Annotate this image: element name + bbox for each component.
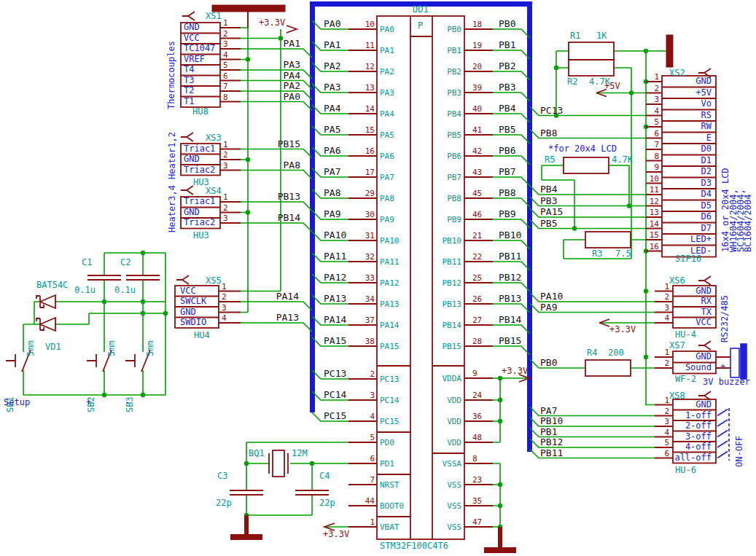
connector-pin-label: T4 bbox=[184, 65, 194, 74]
connector-footprint: HU-6 bbox=[675, 466, 696, 474]
connector-ref: XS4 bbox=[206, 187, 222, 195]
net-label: PB1 bbox=[499, 40, 515, 50]
button-function-label: - bbox=[125, 398, 130, 407]
mcu-part-number: STM32F100C4T6 bbox=[380, 541, 448, 550]
connector-footprint: SIP16 bbox=[675, 254, 701, 263]
net-label: PB5 bbox=[540, 219, 557, 228]
pin-name: PA13 bbox=[380, 300, 400, 308]
net-label: PB3 bbox=[540, 196, 557, 205]
part-value: 0.1u bbox=[74, 286, 96, 294]
pin-number: 14 bbox=[354, 105, 375, 113]
fork-icon bbox=[181, 133, 193, 141]
connector-pin-label: VCC bbox=[665, 318, 712, 326]
connector-note: ON-OFF bbox=[735, 436, 744, 467]
pin-name: PA0 bbox=[380, 26, 394, 34]
net-label: PB15 bbox=[499, 336, 521, 345]
pin-name: PB1 bbox=[415, 47, 461, 55]
net-label: PA12 bbox=[324, 273, 346, 282]
net-label: PA0 bbox=[324, 19, 340, 28]
connector-pin-label: 3-off bbox=[665, 432, 712, 441]
pin-number: 12 bbox=[354, 63, 375, 71]
net-label: PA4 bbox=[324, 103, 340, 113]
pin-name: BOOT0 bbox=[380, 502, 404, 510]
connector-pin-label: RS bbox=[663, 111, 712, 120]
pin-number: 38 bbox=[354, 337, 375, 345]
net-label: PB15 bbox=[267, 139, 300, 149]
part-value: 200 bbox=[608, 348, 624, 357]
net-label: PB1 bbox=[540, 427, 557, 436]
connector-pin-number: 2 bbox=[223, 30, 228, 38]
part-ref: VD1 bbox=[45, 342, 61, 351]
part-value: 0.1u bbox=[114, 286, 136, 294]
capacitor-c1 bbox=[87, 275, 121, 280]
pin-name: PA4 bbox=[380, 110, 394, 118]
fork-icon bbox=[182, 12, 195, 20]
connector-pin-number: 6 bbox=[655, 450, 669, 458]
pin-name: PB2 bbox=[415, 68, 461, 76]
connector-ref: XS8 bbox=[669, 391, 685, 400]
pin-number: 24 bbox=[472, 391, 482, 399]
part-ref: BQ1 bbox=[249, 449, 265, 458]
net-label: PB4 bbox=[540, 184, 557, 194]
connector-ref: XS5 bbox=[206, 276, 222, 285]
connector-pin-number: 1 bbox=[222, 283, 227, 291]
part-ref: C1 bbox=[82, 258, 92, 267]
connector-pin-number: 7 bbox=[223, 82, 228, 90]
net-label: PA1 bbox=[267, 39, 300, 48]
part-ref: C3 bbox=[217, 471, 227, 480]
pin-name: VSS bbox=[415, 502, 461, 510]
part-value: 22p bbox=[319, 498, 335, 507]
net-label: PA7 bbox=[324, 167, 340, 176]
power-label-3v3: +3.3V bbox=[259, 18, 285, 27]
net-label: PB5 bbox=[499, 125, 515, 134]
connector-pin-number: 5 bbox=[223, 61, 228, 69]
connector-pin-label: D3 bbox=[663, 179, 712, 187]
pin-name: PA14 bbox=[380, 321, 400, 329]
connector-footprint: HU8 bbox=[192, 107, 209, 116]
connector-pin-label: 2-off bbox=[665, 421, 712, 430]
connector-pin-label: T2 bbox=[184, 86, 194, 95]
connector-footprint: HU-4 bbox=[675, 330, 696, 339]
connector-pin-label: D2 bbox=[663, 167, 712, 176]
net-label: PA1 bbox=[324, 40, 340, 50]
net-label: PB4 bbox=[499, 103, 515, 113]
diode-vd1 bbox=[36, 295, 55, 331]
connector-pin-label: TX bbox=[665, 308, 712, 316]
connector-pin-label: GND bbox=[184, 208, 200, 216]
wires-caps-buttons bbox=[23, 253, 165, 395]
pin-number: 4 bbox=[354, 412, 375, 420]
pin-name: PA9 bbox=[380, 216, 394, 224]
connector-pin-number: 5 bbox=[644, 118, 659, 126]
pin-number: 1 bbox=[354, 518, 375, 526]
pin-number: 30 bbox=[354, 211, 375, 219]
connector-pin-label: D5 bbox=[663, 201, 712, 210]
part-ref: C4 bbox=[319, 471, 330, 480]
net-label: PA2 bbox=[267, 81, 300, 90]
connector-pin-number: 1 bbox=[655, 348, 669, 356]
net-label: PC13 bbox=[540, 106, 563, 115]
connector-pin-number: 4 bbox=[655, 428, 669, 436]
schematic-page: DD1 P STM32F100C4T6 PA0 PA1 PA2 PA3 PA4 … bbox=[0, 0, 756, 556]
net-label: PA14 bbox=[264, 291, 299, 301]
pin-name: VSS bbox=[415, 481, 461, 489]
net-label: PB13 bbox=[267, 192, 300, 201]
pin-name: VDD bbox=[415, 396, 461, 404]
mcu-ref: DD1 bbox=[413, 5, 429, 14]
pin-name: PC13 bbox=[380, 375, 400, 383]
part-value: 7.5 bbox=[615, 249, 631, 258]
connector-pin-label: +5V bbox=[663, 88, 712, 97]
net-label: PA10 bbox=[324, 230, 346, 240]
connector-pin-label: D4 bbox=[663, 189, 712, 198]
net-label: PA9 bbox=[324, 209, 340, 219]
capacitor-c3 bbox=[230, 490, 263, 495]
net-label: PB10 bbox=[499, 230, 521, 240]
part-ref: R4 bbox=[587, 348, 597, 357]
buzzer-note: 3V buzzer bbox=[703, 377, 750, 386]
connector-pin-label: VCC bbox=[184, 34, 200, 42]
pin-number: 47 bbox=[472, 518, 482, 526]
power-label-3v3: +3.3V bbox=[323, 530, 349, 539]
connector-note: RS232/485 bbox=[720, 295, 729, 342]
connector-pin-number: 3 bbox=[644, 95, 659, 103]
fork-icon bbox=[181, 186, 193, 195]
connector-footprint: WF-2 bbox=[675, 375, 696, 383]
